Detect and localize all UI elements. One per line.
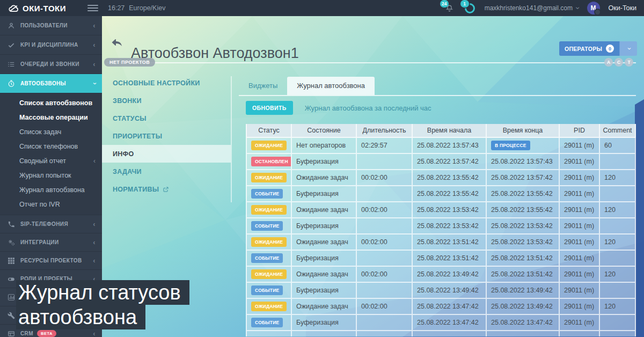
sidebar-subitem[interactable]: Список автообзвонов bbox=[0, 96, 102, 110]
sidebar-subitem-label: Журнал автообзвона bbox=[19, 186, 85, 194]
chevron-left-icon: ‹ bbox=[93, 330, 96, 337]
status-badge: СОБЫТИЕ bbox=[251, 221, 283, 231]
back-button[interactable] bbox=[109, 36, 126, 50]
duration-cell: 00:02:00 bbox=[357, 170, 413, 186]
table-row: ОЖИДАНИЕОжидание задач00:02:0025.08.2022… bbox=[246, 299, 636, 315]
duration-cell bbox=[357, 186, 413, 202]
pid-cell: 29011 (m) bbox=[560, 186, 600, 202]
account-menu[interactable]: maxkhristenko141@gmail.com ‹ bbox=[485, 4, 579, 12]
status-badge: ОЖИДАНИЕ bbox=[251, 173, 287, 182]
state-cell: Буферизация bbox=[292, 154, 357, 170]
status-cell: ОЖИДАНИЕ bbox=[246, 299, 292, 315]
toggle-icon bbox=[8, 275, 15, 283]
empty-cell bbox=[357, 331, 413, 336]
subnav-item[interactable]: НОРМАТИВЫ bbox=[102, 180, 231, 198]
subnav-item[interactable]: ОСНОВНЫЕ НАСТРОЙКИ bbox=[102, 74, 231, 92]
start-time-cell: 25.08.2022 13:51:42 bbox=[413, 235, 487, 251]
table-icon bbox=[8, 330, 15, 337]
table-body: ОЖИДАНИЕНет операторов02:29:5725.08.2022… bbox=[246, 138, 636, 336]
table-row: ОЖИДАНИЕОжидание задач00:02:0025.08.2022… bbox=[246, 235, 636, 251]
sidebar-subitem-label: Журнал попыток bbox=[19, 172, 71, 179]
app-logo[interactable]: ОКИ-ТОКИ bbox=[9, 4, 66, 13]
subnav-item[interactable]: ПРИОРИТЕТЫ bbox=[102, 127, 231, 145]
notifications-bell-icon[interactable]: 24 bbox=[444, 2, 456, 14]
status-cell: СОБЫТИЕ bbox=[246, 251, 292, 267]
start-time-cell: 25.08.2022 13:57:42 bbox=[413, 154, 487, 170]
letter-badge-a[interactable]: A bbox=[604, 58, 613, 67]
sidebar-item-label: KPI И ДИСЦИПЛИНА bbox=[20, 42, 78, 48]
avatar[interactable]: M bbox=[587, 2, 600, 14]
sidebar-subitem[interactable]: Массовые операции bbox=[0, 110, 102, 124]
sidebar-item[interactable]: KPI И ДИСЦИПЛИНА‹ bbox=[0, 35, 102, 55]
subnav-item[interactable]: СТАТУСЫ bbox=[102, 109, 231, 127]
subnav-item[interactable]: ИНФО bbox=[102, 145, 231, 163]
sidebar-subitem[interactable]: Журнал автообзвона bbox=[0, 182, 102, 197]
table-header: СтатусСостояниеДлительностьВремя началаВ… bbox=[246, 124, 636, 138]
vertical-divider bbox=[231, 76, 232, 202]
screenshot-caption: Журнал статусов автообзвона bbox=[16, 280, 189, 329]
subnav-item[interactable]: ЗАДАЧИ bbox=[102, 163, 231, 180]
empty-cell bbox=[560, 331, 600, 336]
state-cell: Ожидание задач bbox=[292, 299, 357, 315]
table-row: СОБЫТИЕБуферизация25.08.2022 13:55:4225.… bbox=[246, 186, 636, 202]
status-cell: СОБЫТИЕ bbox=[246, 218, 292, 235]
sidebar-item[interactable]: ОЧЕРЕДИ И ЗВОНКИ‹ bbox=[0, 55, 102, 74]
sidebar-item[interactable]: ИНТЕГРАЦИИ‹ bbox=[0, 233, 102, 252]
letter-badge-c[interactable]: C bbox=[614, 58, 623, 67]
app-window: ОКИ-ТОКИ 16:27 Europe/Kiev 24 1 maxkhris… bbox=[0, 0, 644, 337]
gears-icon bbox=[8, 239, 15, 246]
chevron-left-icon: ‹ bbox=[93, 61, 96, 68]
sidebar-item[interactable]: ПОЛЬЗОВАТЕЛИ‹ bbox=[0, 16, 102, 35]
refresh-button[interactable]: ОБНОВИТЬ bbox=[246, 101, 293, 115]
duration-cell: 00:02:00 bbox=[357, 267, 413, 283]
no-projects-badge: НЕТ ПРОЕКТОВ bbox=[104, 58, 155, 67]
cloud-icon bbox=[9, 4, 19, 12]
tab-inactive[interactable]: Виджеты bbox=[239, 77, 287, 95]
sidebar-subitem[interactable]: Список задач bbox=[0, 124, 102, 139]
status-cell: ОЖИДАНИЕ bbox=[246, 138, 292, 154]
state-cell: Нет операторов bbox=[292, 138, 357, 154]
sidebar-subitem[interactable]: Список телефонов bbox=[0, 139, 102, 153]
status-cell: ОЖИДАНИЕ bbox=[246, 170, 292, 186]
end-time-cell: 25.08.2022 13:53:42 bbox=[487, 235, 560, 251]
timer-icon bbox=[8, 80, 15, 87]
end-time-cell: В ПРОЦЕССЕ bbox=[487, 138, 560, 154]
menu-toggle-icon[interactable] bbox=[87, 5, 98, 11]
pid-cell: 29011 (m) bbox=[560, 235, 600, 251]
sidebar-subitem[interactable]: Отчет по IVR bbox=[0, 197, 102, 211]
operators-button[interactable]: ОПЕРАТОРЫ 0 bbox=[559, 41, 619, 56]
duration-cell bbox=[357, 154, 413, 170]
chevron-down-icon: ‹ bbox=[91, 82, 98, 85]
start-time-cell: 25.08.2022 13:55:42 bbox=[413, 170, 487, 186]
sidebar-subitem-label: Отчет по IVR bbox=[19, 201, 60, 208]
sidebar-item[interactable]: АВТООБЗВОНЫ‹ bbox=[0, 74, 102, 93]
operators-dropdown-button[interactable]: ‹ bbox=[619, 41, 637, 56]
caption-line-1: Журнал статусов bbox=[16, 280, 189, 305]
start-time-cell: 25.08.2022 13:49:42 bbox=[413, 283, 487, 299]
external-link-icon bbox=[163, 186, 169, 193]
sidebar-item[interactable]: SIP-ТЕЛЕФОНИЯ‹ bbox=[0, 215, 102, 233]
status-badge: ОЖИДАНИЕ bbox=[251, 237, 287, 247]
grid-icon bbox=[8, 257, 15, 265]
timezone-label: Europe/Kiev bbox=[129, 4, 165, 12]
empty-cell bbox=[413, 331, 487, 336]
pid-cell: 29011 (m) bbox=[560, 138, 600, 154]
sidebar-subitem-label: Список автообзвонов bbox=[19, 99, 92, 107]
subnav-item-label: ЗВОНКИ bbox=[113, 97, 142, 105]
chevron-down-icon: ‹ bbox=[625, 47, 632, 49]
chevron-left-icon: ‹ bbox=[93, 158, 96, 164]
pid-cell: 29011 (m) bbox=[560, 251, 600, 267]
sessions-icon[interactable]: 1 bbox=[464, 2, 476, 14]
sidebar-subitem-label: Сводный отчет bbox=[19, 157, 66, 165]
state-cell: Ожидание задач bbox=[292, 235, 357, 251]
tab-active[interactable]: Журнал автообзвона bbox=[287, 77, 375, 95]
sidebar-subitem[interactable]: Сводный отчет‹ bbox=[0, 153, 102, 168]
subnav-item[interactable]: ЗВОНКИ bbox=[102, 92, 231, 109]
status-cell: ОЖИДАНИЕ bbox=[246, 202, 292, 218]
sidebar-subitem[interactable]: Журнал попыток bbox=[0, 168, 102, 182]
start-time-cell: 25.08.2022 13:55:42 bbox=[413, 186, 487, 202]
sidebar-item[interactable]: РЕСУРСЫ ПРОЕКТОВ‹ bbox=[0, 252, 102, 270]
state-cell: Ожидание задач bbox=[292, 267, 357, 283]
topbar: ОКИ-ТОКИ 16:27 Europe/Kiev 24 1 maxkhris… bbox=[0, 0, 644, 16]
letter-badge-t[interactable]: T bbox=[625, 58, 633, 67]
